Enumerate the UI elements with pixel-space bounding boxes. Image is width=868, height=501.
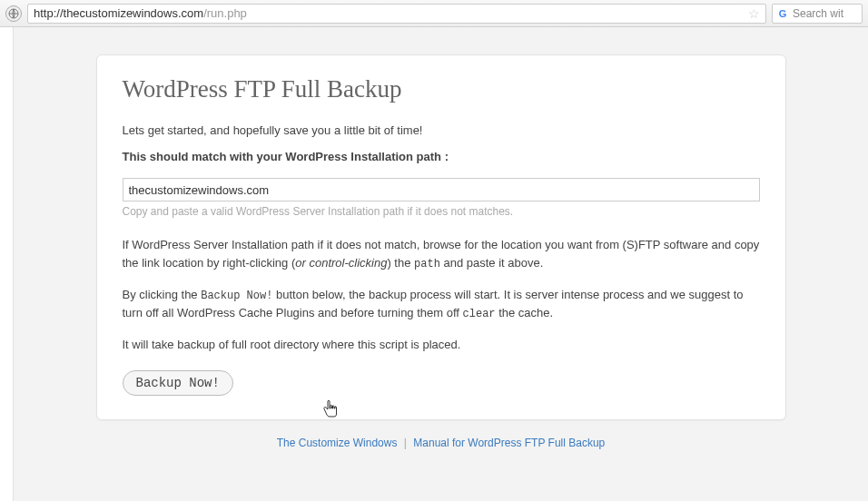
path-hint: Copy and paste a valid WordPress Server … bbox=[123, 205, 760, 218]
path-input[interactable] bbox=[123, 178, 760, 201]
match-label: This should match with your WordPress In… bbox=[123, 150, 760, 163]
para-2: By clicking the Backup Now! button below… bbox=[123, 286, 760, 323]
url-bar[interactable]: http://thecustomizewindows.com/run.php ☆ bbox=[27, 4, 766, 24]
star-icon[interactable]: ☆ bbox=[748, 6, 760, 21]
url-domain: http://thecustomizewindows.com bbox=[34, 6, 203, 20]
footer-link-customize[interactable]: The Customize Windows bbox=[277, 437, 398, 449]
backup-now-button[interactable]: Backup Now! bbox=[123, 370, 233, 396]
page-title: WordPress FTP Full Backup bbox=[123, 75, 760, 103]
content-card: WordPress FTP Full Backup Lets get start… bbox=[96, 54, 786, 420]
url-path: /run.php bbox=[203, 6, 247, 20]
globe-icon bbox=[5, 5, 22, 22]
intro-text: Lets get started, and hopefully save you… bbox=[123, 123, 760, 137]
browser-toolbar: http://thecustomizewindows.com/run.php ☆… bbox=[0, 0, 868, 27]
page-area: WordPress FTP Full Backup Lets get start… bbox=[13, 27, 868, 501]
para-1: If WordPress Server Installation path if… bbox=[123, 236, 760, 273]
footer-links: The Customize Windows | Manual for WordP… bbox=[14, 437, 868, 449]
search-placeholder: Search wit bbox=[793, 7, 843, 20]
para-3: It will take backup of full root directo… bbox=[123, 336, 760, 354]
footer-separator: | bbox=[404, 437, 407, 449]
google-icon: G bbox=[776, 7, 789, 20]
search-box[interactable]: G Search wit bbox=[772, 4, 863, 24]
footer-link-manual[interactable]: Manual for WordPress FTP Full Backup bbox=[413, 437, 605, 449]
